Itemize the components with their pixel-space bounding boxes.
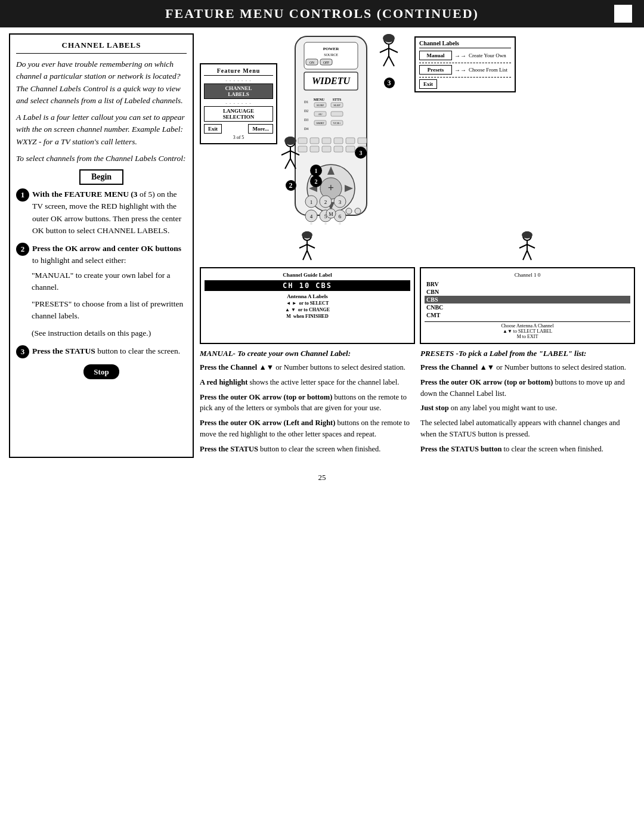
svg-line-91 xyxy=(299,244,307,248)
svg-line-92 xyxy=(307,244,315,248)
svg-text:M: M xyxy=(329,212,333,217)
change-text: or to CHANGE xyxy=(298,307,330,312)
presets-step-4: The selected label automatically appears… xyxy=(420,417,635,440)
svg-point-78 xyxy=(355,208,361,214)
presets-step-1: Press the Channel ▲▼ or Number buttons t… xyxy=(420,362,635,373)
begin-button: Begin xyxy=(79,169,123,185)
antenna-label: Antenna A Labels xyxy=(205,293,410,299)
page-count: 3 of 5 xyxy=(204,135,273,140)
preset-cbn: CBN xyxy=(425,288,630,296)
select-text: or to SELECT xyxy=(299,301,329,306)
presets-step-2: Press the outer OK arrow (top or bottom)… xyxy=(420,377,635,400)
svg-point-89 xyxy=(302,231,312,239)
channel-labels-submenu: Channel Labels Manual →→ Create Your Own… xyxy=(414,36,516,92)
remote-control: 3 POWER SOURCE ON OFF W xyxy=(283,33,402,227)
svg-text:POWER: POWER xyxy=(323,47,339,51)
finished-text: when FINISHED xyxy=(293,314,329,319)
step-2-header: Press the OK arrow and center OK buttons xyxy=(32,244,181,253)
exit-text: to EXIT xyxy=(522,334,538,339)
svg-point-77 xyxy=(346,208,352,214)
svg-rect-43 xyxy=(334,146,343,152)
channel-info: Channel 1 0 xyxy=(425,272,630,278)
step-3-text: button to clear the screen. xyxy=(97,346,180,355)
svg-point-96 xyxy=(522,231,532,239)
svg-line-98 xyxy=(519,244,527,248)
svg-text:MENU: MENU xyxy=(314,98,325,101)
intro-text-2: A Label is a four letter callout you can… xyxy=(16,112,187,148)
svg-line-99 xyxy=(527,244,535,248)
svg-rect-37 xyxy=(334,138,343,144)
feature-menu-language-selection: LANGUAGESELECTION xyxy=(204,106,273,122)
text-columns: MANUAL- To create your own Channel Label… xyxy=(200,349,635,458)
svg-text:SOURCE: SOURCE xyxy=(324,53,338,57)
guide-label-box: Channel Guide Label CH 10 CBS Antenna A … xyxy=(200,267,415,344)
svg-point-87 xyxy=(284,137,296,145)
svg-text:WIDETU: WIDETU xyxy=(312,76,351,86)
svg-point-6 xyxy=(383,34,395,42)
cl-manual-row: Manual →→ Create Your Own xyxy=(419,51,511,60)
step-3-number: 3 xyxy=(16,345,29,358)
preset-brv: BRV xyxy=(425,280,630,288)
step-1: 1 With the FEATURE MENU (3 of 5) on the … xyxy=(16,188,187,237)
svg-rect-29 xyxy=(331,112,343,116)
svg-line-93 xyxy=(303,250,307,260)
step-2-text: to highlight and select either: xyxy=(32,256,126,265)
up-down-icon: ▲ ▼ xyxy=(285,307,296,312)
svg-text:2: 2 xyxy=(315,178,318,185)
svg-line-86 xyxy=(290,159,296,169)
step-1-number: 1 xyxy=(16,188,29,202)
svg-text:+: + xyxy=(328,182,334,194)
svg-text:3: 3 xyxy=(339,199,342,205)
svg-line-3 xyxy=(389,48,398,52)
choose-row: Choose Antenna A Channel ▲▼ to SELECT LA… xyxy=(425,321,630,339)
step-1-header: With the FEATURE MENU (3 xyxy=(32,190,138,199)
m-key: M xyxy=(286,314,291,319)
preset-cnbc: CNBC xyxy=(425,304,630,311)
presets-arrow: →→ xyxy=(454,67,466,73)
guide-label-title: Channel Guide Label xyxy=(205,272,410,278)
manual-step-5: Press the STATUS button to clear the scr… xyxy=(200,444,414,455)
manual-btn: Manual xyxy=(419,51,452,60)
step-2: 2 Press the OK arrow and center OK butto… xyxy=(16,243,187,339)
presets-btn: Presets xyxy=(419,65,452,75)
presets-step-3: Just stop on any label you might want to… xyxy=(420,402,635,414)
stop-button: Stop xyxy=(83,364,119,379)
select-label-text: to SELECT LABEL xyxy=(513,329,552,334)
svg-text:D2: D2 xyxy=(304,109,308,113)
finished-row: M when FINISHED xyxy=(205,314,410,319)
step-2-presets: "PRESETS" to choose from a list of prewr… xyxy=(32,298,187,323)
svg-text:SMRT: SMRT xyxy=(316,122,324,125)
cl-presets-row: Presets →→ Choose From List xyxy=(419,65,511,75)
presets-label-list: BRV CBN CBS CNBC CMT xyxy=(425,280,630,319)
step-2-manual: "MANUAL" to create your own label for a … xyxy=(32,270,187,294)
presets-title: PRESETS -To pick a Label from the "LABEL… xyxy=(420,349,635,358)
section-title: Channel Labels xyxy=(16,41,187,54)
exit-button: Exit xyxy=(204,124,222,134)
svg-text:D3: D3 xyxy=(304,118,308,122)
presets-step-5: Press the STATUS button to clear the scr… xyxy=(420,444,635,455)
more-button: More... xyxy=(248,124,273,134)
rider-figure-top xyxy=(373,33,405,75)
svg-line-84 xyxy=(290,151,299,155)
svg-line-100 xyxy=(523,250,527,260)
svg-text:4: 4 xyxy=(310,213,313,219)
svg-text:SLEP: SLEP xyxy=(333,104,340,107)
intro-text-1: Do you ever have trouble remembering on … xyxy=(16,58,187,107)
channel-display: CH 10 CBS xyxy=(205,280,410,291)
manual-section: MANUAL- To create your own Channel Label… xyxy=(200,349,414,458)
svg-rect-41 xyxy=(310,146,319,152)
svg-line-85 xyxy=(285,159,290,169)
svg-line-83 xyxy=(281,151,290,155)
rider-figure-guide xyxy=(291,231,324,267)
svg-text:AU: AU xyxy=(318,113,323,116)
left-column: Channel Labels Do you ever have trouble … xyxy=(9,33,194,458)
svg-rect-44 xyxy=(346,146,355,152)
feature-menu-channel-labels: CHANNELLABELS xyxy=(204,83,273,99)
intro-text-3: To select channels from the Channel Labe… xyxy=(16,153,187,165)
manual-step-4: Press the outer OK arrow (Left and Right… xyxy=(200,417,414,440)
svg-text:6: 6 xyxy=(339,213,342,219)
feature-menu-footer: Exit More... xyxy=(204,124,273,134)
svg-text:3: 3 xyxy=(360,150,363,156)
svg-rect-36 xyxy=(322,138,331,144)
presets-desc: Choose From List xyxy=(469,67,507,73)
